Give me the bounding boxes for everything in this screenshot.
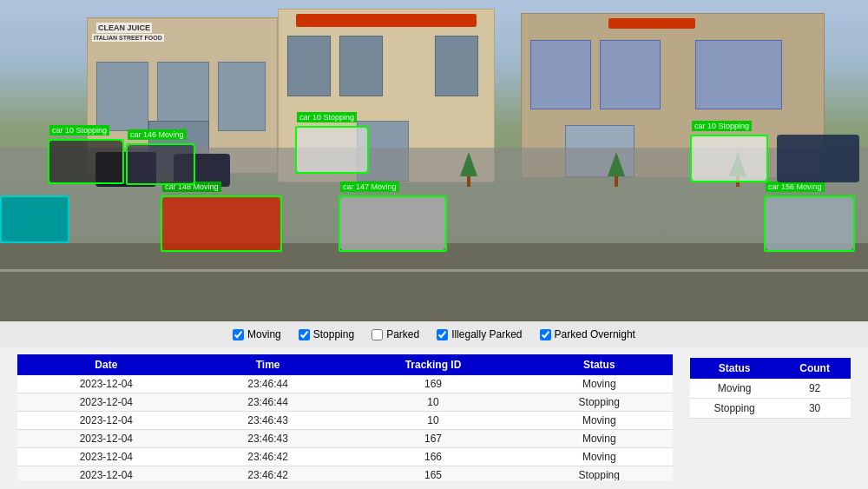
status-cell-status: Stopping xyxy=(690,399,779,419)
cell-status: Moving xyxy=(526,375,673,393)
checkbox-parked-overnight-label: Parked Overnight xyxy=(555,328,635,340)
car-label-white-suv: car 10 Stopping xyxy=(692,121,752,131)
table-row: 2023-12-0423:46:4310Moving xyxy=(17,412,673,430)
cell-status: Stopping xyxy=(526,393,673,412)
car-label-white: car 10 Stopping xyxy=(297,112,357,122)
status-row: Moving92 xyxy=(690,379,851,399)
checkbox-parked-overnight[interactable]: Parked Overnight xyxy=(540,328,635,340)
cell-status: Stopping xyxy=(526,466,673,481)
checkbox-parked-input[interactable] xyxy=(372,329,383,340)
cell-status: Moving xyxy=(526,448,673,466)
road xyxy=(0,243,868,321)
table-header: Date Time Tracking ID Status xyxy=(17,354,673,375)
table-body: 2023-12-0423:46:44169Moving2023-12-0423:… xyxy=(17,375,673,480)
checkbox-illegally-parked[interactable]: Illegally Parked xyxy=(437,328,522,340)
cell-id: 167 xyxy=(341,430,526,448)
col-tracking-id: Tracking ID xyxy=(341,354,526,375)
checkbox-illegally-parked-input[interactable] xyxy=(437,329,448,340)
main-table-wrapper: Date Time Tracking ID Status 2023-12-042… xyxy=(17,354,673,480)
cell-date: 2023-12-04 xyxy=(17,448,195,466)
table-scroll[interactable]: Date Time Tracking ID Status 2023-12-042… xyxy=(17,354,673,480)
cell-id: 10 xyxy=(341,412,526,430)
car-label-146: car 146 Moving xyxy=(128,129,187,140)
data-area: Date Time Tracking ID Status 2023-12-042… xyxy=(0,347,868,489)
checkbox-moving[interactable]: Moving xyxy=(233,328,281,340)
car-teal xyxy=(0,195,69,243)
checkbox-parked-overnight-input[interactable] xyxy=(540,329,551,340)
status-count-table-wrapper: Status Count Moving92Stopping30 xyxy=(690,358,851,419)
status-row: Stopping30 xyxy=(690,399,851,419)
cell-time: 23:46:44 xyxy=(195,393,341,412)
table-row: 2023-12-0423:46:43167Moving xyxy=(17,430,673,448)
dark-suv xyxy=(777,135,859,182)
checkbox-stopping[interactable]: Stopping xyxy=(299,328,354,340)
table-row: 2023-12-0423:46:4410Stopping xyxy=(17,393,673,412)
table-row: 2023-12-0423:46:44169Moving xyxy=(17,375,673,393)
col-status: Status xyxy=(526,354,673,375)
car-label-rightgray: car 156 Moving xyxy=(766,182,825,192)
status-col-status: Status xyxy=(690,358,779,379)
checkbox-stopping-label: Stopping xyxy=(313,328,354,340)
cell-time: 23:46:44 xyxy=(195,375,341,393)
car-label-gray: car 147 Moving xyxy=(340,182,399,192)
status-table-header: Status Count xyxy=(690,358,851,379)
car-bbox-upper-left: car 10 Stopping xyxy=(48,139,124,184)
status-count-table: Status Count Moving92Stopping30 xyxy=(690,358,851,419)
cell-date: 2023-12-04 xyxy=(17,430,195,448)
cell-id: 165 xyxy=(341,466,526,481)
checkbox-parked[interactable]: Parked xyxy=(372,328,419,340)
status-cell-status: Moving xyxy=(690,379,779,399)
car-bbox-red: car 148 Moving xyxy=(161,195,282,252)
car-bbox-gray: car 147 Moving xyxy=(339,195,447,252)
video-feed: CLEAN JUICE ITALIAN STREET FOOD xyxy=(0,0,868,321)
checkbox-moving-input[interactable] xyxy=(233,329,244,340)
car-bbox-white: car 10 Stopping xyxy=(295,126,369,174)
cell-time: 23:46:43 xyxy=(195,412,341,430)
col-time: Time xyxy=(195,354,341,375)
table-row: 2023-12-0423:46:42166Moving xyxy=(17,448,673,466)
car-label-upper-left: car 10 Stopping xyxy=(49,125,109,135)
checkbox-parked-label: Parked xyxy=(386,328,419,340)
checkbox-illegally-parked-label: Illegally Parked xyxy=(451,328,522,340)
cell-time: 23:46:42 xyxy=(195,448,341,466)
checkbox-stopping-input[interactable] xyxy=(299,329,310,340)
tree-2 xyxy=(608,152,625,187)
status-cell-count: 30 xyxy=(779,399,851,419)
cell-time: 23:46:42 xyxy=(195,466,341,481)
tracking-table: Date Time Tracking ID Status 2023-12-042… xyxy=(17,354,673,480)
cell-date: 2023-12-04 xyxy=(17,375,195,393)
col-date: Date xyxy=(17,354,195,375)
cell-id: 10 xyxy=(341,393,526,412)
status-col-count: Count xyxy=(779,358,851,379)
sign-italian: ITALIAN STREET FOOD xyxy=(92,34,164,42)
cell-date: 2023-12-04 xyxy=(17,393,195,412)
cell-time: 23:46:43 xyxy=(195,430,341,448)
car-bbox-white-suv: car 10 Stopping xyxy=(690,135,768,182)
sign-clean-juice: CLEAN JUICE xyxy=(96,23,152,33)
filter-checkboxes: Moving Stopping Parked Illegally Parked … xyxy=(0,321,868,347)
status-table-body: Moving92Stopping30 xyxy=(690,379,851,419)
table-row: 2023-12-0423:46:42165Stopping xyxy=(17,466,673,481)
cell-status: Moving xyxy=(526,430,673,448)
tree-1 xyxy=(460,152,477,187)
cell-id: 166 xyxy=(341,448,526,466)
cell-id: 169 xyxy=(341,375,526,393)
cell-status: Moving xyxy=(526,412,673,430)
car-bbox-upper-left2: car 146 Moving xyxy=(126,143,195,185)
car-bbox-rightgray: car 156 Moving xyxy=(764,195,855,252)
cell-date: 2023-12-04 xyxy=(17,412,195,430)
checkbox-moving-label: Moving xyxy=(247,328,281,340)
cell-date: 2023-12-04 xyxy=(17,466,195,481)
status-cell-count: 92 xyxy=(779,379,851,399)
